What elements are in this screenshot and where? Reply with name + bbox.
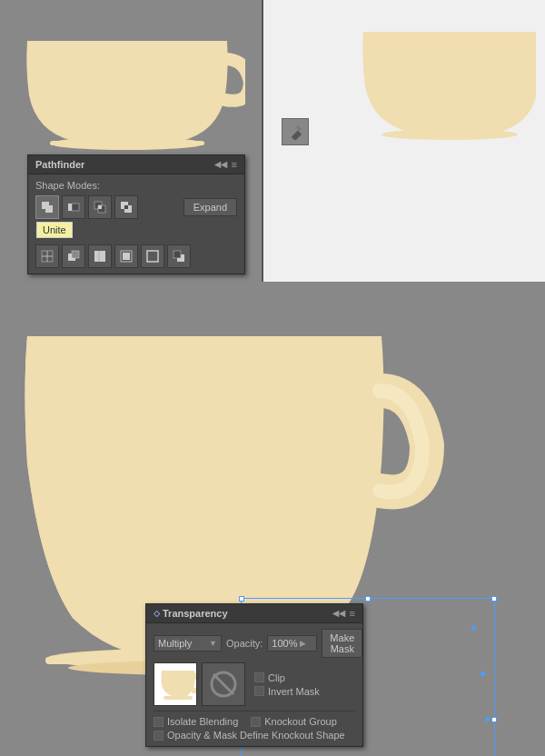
panel-collapse-icon: ◀◀ — [214, 160, 227, 169]
blend-mode-select[interactable]: Multiply ▼ — [154, 635, 222, 652]
bottom-section: ◇ Transparency ◀◀ ≡ Multiply ▼ Opacity: … — [0, 282, 545, 756]
svg-rect-3 — [45, 205, 53, 213]
minus-back-button[interactable] — [167, 244, 191, 268]
svg-rect-5 — [72, 204, 79, 211]
panel-menu-icon: ≡ — [232, 159, 237, 170]
pathfinder-panel: Pathfinder ◀◀ ≡ Shape Modes: Unite — [27, 154, 245, 274]
opacity-mask-checkbox[interactable] — [154, 731, 164, 741]
trim-button[interactable] — [62, 244, 85, 268]
intersect-button[interactable] — [88, 195, 112, 219]
minus-front-button[interactable] — [62, 195, 85, 219]
pathfinders-row — [35, 244, 237, 268]
svg-rect-23 — [173, 251, 181, 258]
transparency-title: Transparency — [163, 608, 228, 619]
clip-checkbox[interactable] — [254, 672, 264, 682]
trans-collapse-icon: ◀◀ — [332, 609, 345, 618]
opacity-stepper-icon: ▶ — [300, 639, 306, 648]
invert-mask-checkbox[interactable] — [254, 686, 264, 696]
knockout-group-label: Knockout Group — [264, 716, 337, 727]
svg-rect-21 — [147, 251, 158, 262]
outline-button[interactable] — [141, 244, 164, 268]
invert-mask-row: Invert Mask — [254, 686, 320, 697]
opacity-label: Opacity: — [226, 638, 263, 649]
top-section: Pathfinder ◀◀ ≡ Shape Modes: Unite — [0, 0, 545, 282]
blend-mode-row: Multiply ▼ Opacity: 100% ▶ Make Mask — [154, 629, 355, 658]
isolate-blending-row: Isolate Blending Knockout Group — [154, 716, 355, 727]
shape-modes-row: Unite Expand — [35, 195, 237, 219]
layer-thumb-image — [154, 663, 196, 705]
divide-button[interactable] — [35, 244, 59, 268]
bottom-checkboxes: Isolate Blending Knockout Group Opacity … — [154, 711, 355, 741]
clip-label: Clip — [268, 672, 285, 683]
no-mask-symbol — [209, 670, 238, 699]
clip-row: Clip — [254, 672, 320, 683]
svg-rect-19 — [123, 253, 130, 260]
blend-mode-value: Multiply — [158, 638, 192, 649]
svg-rect-11 — [124, 205, 128, 209]
svg-line-32 — [213, 674, 233, 694]
pathfinder-title: Pathfinder — [35, 159, 84, 170]
expand-button[interactable]: Expand — [183, 198, 237, 216]
transparency-body: Multiply ▼ Opacity: 100% ▶ Make Mask — [146, 623, 362, 746]
svg-point-25 — [382, 129, 518, 140]
exclude-button[interactable] — [114, 195, 138, 219]
knockout-group-checkbox[interactable] — [251, 717, 261, 727]
pathfinder-header: Pathfinder ◀◀ ≡ — [28, 155, 244, 174]
unite-button[interactable]: Unite — [35, 195, 59, 219]
trans-menu-icon: ≡ — [350, 608, 355, 619]
isolate-blending-checkbox[interactable] — [154, 717, 164, 727]
layer-thumbnail[interactable] — [154, 662, 197, 706]
unite-tooltip: Unite — [36, 222, 73, 238]
pathfinder-body: Shape Modes: Unite — [28, 174, 244, 274]
opacity-mask-label: Opacity & Mask Define Knockout Shape — [167, 730, 345, 741]
opacity-mask-row: Opacity & Mask Define Knockout Shape — [154, 730, 355, 741]
svg-rect-8 — [98, 205, 102, 209]
svg-rect-17 — [94, 251, 105, 262]
crop-button[interactable] — [114, 244, 138, 268]
isolate-blending-label: Isolate Blending — [167, 716, 238, 727]
mask-thumbnail[interactable] — [202, 662, 245, 706]
make-mask-button[interactable]: Make Mask — [322, 629, 362, 658]
transparency-panel: ◇ Transparency ◀◀ ≡ Multiply ▼ Opacity: … — [145, 603, 363, 747]
checkboxes-section: Clip Invert Mask — [254, 672, 320, 697]
transparency-header: ◇ Transparency ◀◀ ≡ — [146, 604, 362, 623]
invert-mask-label: Invert Mask — [268, 686, 320, 697]
opacity-value: 100% — [272, 638, 297, 649]
shape-modes-label: Shape Modes: — [35, 180, 237, 191]
svg-rect-30 — [164, 696, 193, 700]
top-right-canvas — [263, 0, 545, 282]
svg-rect-16 — [72, 251, 79, 258]
merge-button[interactable] — [88, 244, 112, 268]
cup-small-left — [9, 14, 245, 150]
svg-rect-1 — [50, 141, 204, 145]
cup-small-right — [291, 9, 536, 145]
top-left-canvas: Pathfinder ◀◀ ≡ Shape Modes: Unite — [0, 0, 263, 282]
thumbnails-row: Clip Invert Mask — [154, 662, 355, 706]
blend-arrow-icon: ▼ — [209, 639, 217, 648]
